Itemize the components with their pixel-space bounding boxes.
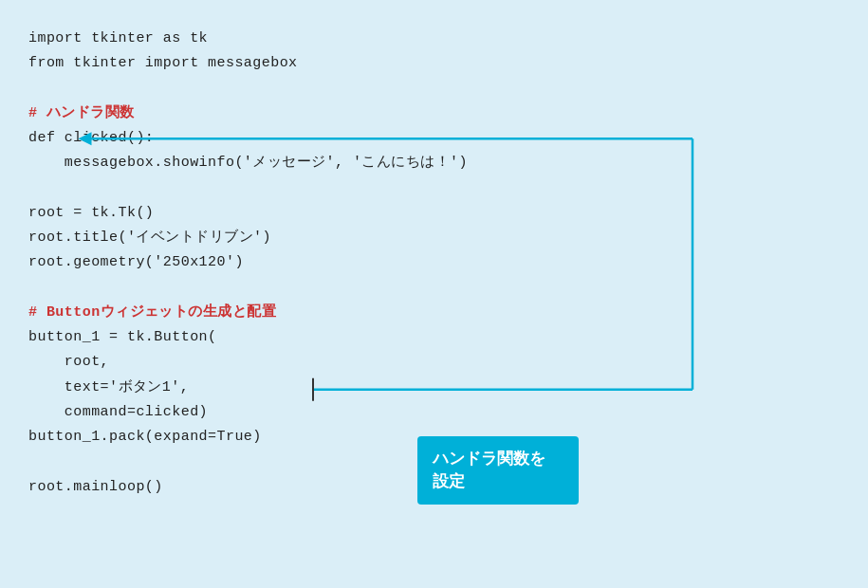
code-line: text='ボタン1', [28, 376, 840, 400]
code-area: import tkinter as tkfrom tkinter import … [0, 0, 868, 588]
code-line: root.mainloop() [28, 475, 840, 500]
code-line: button_1 = tk.Button( [28, 325, 840, 350]
code-line: command=clicked) [28, 400, 840, 425]
code-line: button_1.pack(expand=True) [28, 425, 840, 450]
code-line: # Buttonウィジェットの生成と配置 [28, 301, 840, 325]
code-line: root, [28, 350, 840, 375]
code-line: import tkinter as tk [28, 27, 840, 51]
code-block: import tkinter as tkfrom tkinter import … [28, 27, 840, 500]
code-line: from tkinter import messagebox [28, 51, 840, 76]
code-line: root.title('イベントドリブン') [28, 226, 840, 250]
code-empty-line [28, 176, 840, 201]
code-line: root.geometry('250x120') [28, 250, 840, 275]
code-line: root = tk.Tk() [28, 201, 840, 226]
code-empty-line [28, 77, 840, 101]
code-line: # ハンドラ関数 [28, 101, 840, 126]
code-empty-line [28, 450, 840, 474]
code-line: def clicked(): [28, 126, 840, 151]
code-line: messagebox.showinfo('メッセージ', 'こんにちは！') [28, 151, 840, 175]
code-empty-line [28, 276, 840, 301]
